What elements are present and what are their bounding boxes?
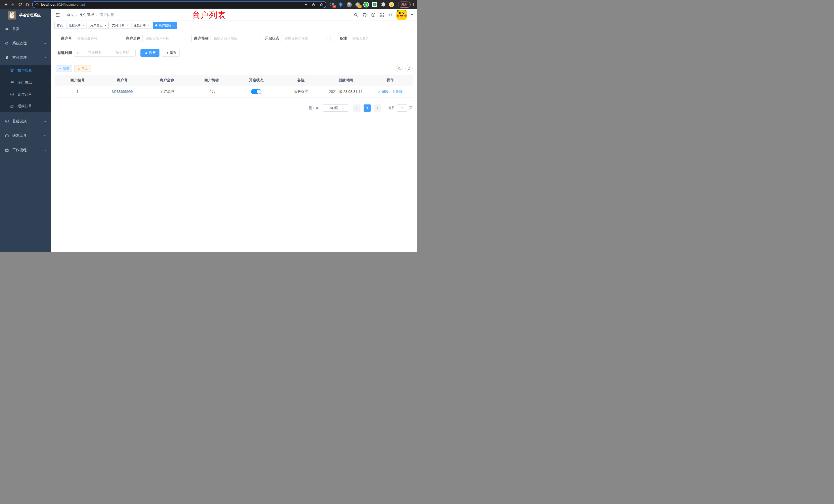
help-icon[interactable]: ?	[371, 13, 376, 17]
tab-pay-order[interactable]: 支付订单×	[110, 22, 130, 29]
status-select[interactable]	[281, 35, 330, 42]
breadcrumb: 首页 / 支付管理 / 商户信息	[67, 13, 114, 17]
reset-button-label: 重置	[170, 50, 176, 55]
column-header: 开启状态	[234, 75, 279, 86]
tags-bar: 首页 流程表单× 用户分组× 支付订单× 退款订单× 商户信息×	[51, 21, 417, 30]
delete-button[interactable]: 删除	[392, 89, 403, 94]
tab-label: 用户分组	[90, 23, 103, 28]
address-bar[interactable]: localhost:1024/pay/merchant	[32, 1, 326, 8]
sidebar-item-home[interactable]: 首页	[0, 22, 51, 36]
browser-back-icon[interactable]	[2, 1, 9, 8]
close-icon[interactable]: ×	[83, 24, 85, 27]
briefcase-icon	[5, 148, 9, 152]
merchant-no-input[interactable]	[74, 35, 123, 42]
prev-page-button[interactable]	[353, 105, 360, 112]
ext-record-icon[interactable]: 1	[355, 2, 360, 8]
edit-button[interactable]: 修改	[378, 89, 389, 94]
browser-forward-icon[interactable]	[9, 1, 17, 8]
full-name-input[interactable]	[142, 35, 192, 42]
cell-short-name: 芋艿	[189, 86, 234, 98]
next-page-button[interactable]	[374, 105, 381, 112]
tab-user-group[interactable]: 用户分组×	[88, 22, 108, 29]
date-range-picker[interactable]: 开始日期 - 结束日期	[74, 49, 136, 57]
browser-home-icon[interactable]	[24, 1, 31, 8]
search-button[interactable]: 搜索	[140, 49, 159, 57]
date-start-placeholder: 开始日期	[82, 50, 108, 55]
breadcrumb-pay[interactable]: 支付管理	[80, 13, 94, 17]
sidebar-item-infra[interactable]: 基础设施	[0, 114, 51, 129]
page-1-button[interactable]: 1	[364, 105, 371, 112]
date-end-placeholder: 结束日期	[110, 50, 135, 55]
site-info-icon[interactable]	[35, 3, 39, 6]
bookmark-star-icon[interactable]	[320, 3, 323, 6]
sidebar-item-workflow[interactable]: 工作流程	[0, 143, 51, 157]
browser-menu-icon[interactable]: ⋮	[412, 2, 415, 7]
ext-command-icon[interactable]: ⌘	[346, 2, 352, 8]
short-name-input[interactable]	[211, 35, 260, 42]
active-dot	[155, 24, 157, 26]
tab-merchant-info[interactable]: 商户信息×	[153, 22, 177, 29]
tab-process-form[interactable]: 流程表单×	[66, 22, 87, 29]
sidebar-item-system[interactable]: ⚙ 系统管理	[0, 36, 51, 50]
sidebar-item-label: 应用信息	[18, 80, 32, 85]
page-size-value: 10条/页	[327, 106, 338, 110]
ext-chat-icon[interactable]	[372, 2, 377, 8]
filter-create-time: 创建时间 开始日期 - 结束日期	[55, 49, 136, 57]
delete-label: 删除	[396, 89, 403, 94]
field-label: 创建时间	[55, 50, 72, 55]
fullscreen-icon[interactable]	[380, 13, 385, 17]
page-size-select[interactable]: 10条/页	[323, 105, 348, 112]
sidebar-item-label: 系统管理	[12, 41, 44, 46]
password-key-icon[interactable]	[304, 3, 307, 6]
close-icon[interactable]: ×	[126, 24, 128, 27]
breadcrumb-home[interactable]: 首页	[67, 13, 74, 17]
refresh-button[interactable]	[405, 65, 413, 72]
font-size-icon[interactable]: TT	[389, 13, 392, 17]
sidebar-collapse-icon[interactable]	[55, 12, 60, 18]
goto-page-input[interactable]	[397, 105, 407, 112]
tab-refund-order[interactable]: 退款订单×	[131, 22, 152, 29]
sidebar-logo[interactable]: 芋道管理系统	[0, 9, 51, 22]
ext-yudao-icon[interactable]: y	[363, 2, 369, 8]
hide-search-button[interactable]	[396, 65, 403, 72]
sidebar-item-dev-tools[interactable]: 研发工具	[0, 129, 51, 143]
sidebar-item-merchant-info[interactable]: 商户信息	[0, 65, 51, 77]
column-header: 商户号	[100, 75, 145, 86]
sidebar-item-label: 基础设施	[12, 119, 44, 124]
sidebar-item-label: 退款订单	[18, 104, 32, 109]
browser-reload-icon[interactable]	[17, 1, 24, 8]
filter-status: 开启状态	[265, 35, 330, 42]
field-label: 商户全称	[126, 36, 140, 41]
remark-input[interactable]	[349, 35, 398, 42]
close-icon[interactable]: ×	[148, 24, 150, 27]
avatar[interactable]	[396, 10, 407, 20]
close-icon[interactable]: ×	[173, 24, 175, 27]
sidebar-item-pay-order[interactable]: ¥ 支付订单	[0, 89, 51, 100]
sidebar: 芋道管理系统 首页 ⚙ 系统管理 ¥ 支付管理	[0, 9, 51, 252]
sidebar-item-pay[interactable]: ¥ 支付管理	[0, 50, 51, 65]
add-button[interactable]: 新增	[56, 65, 72, 72]
browser-update-button[interactable]: 更新	[398, 2, 411, 8]
reset-button[interactable]: 重置	[162, 49, 180, 57]
merchant-table: 商户编号 商户号 商户全称 商户简称 开启状态 备注 创建时间 操作 1 M23…	[55, 75, 413, 98]
tab-home[interactable]: 首页	[54, 22, 65, 29]
ext-gem-icon[interactable]	[338, 2, 344, 8]
ext-puzzle-icon[interactable]	[380, 2, 386, 8]
ext-diamond-icon[interactable]: 10	[329, 2, 335, 8]
extensions-area: 10 ⌘ 1 y	[329, 2, 394, 8]
sidebar-item-app-info[interactable]: 应用信息	[0, 77, 51, 89]
github-icon[interactable]	[362, 13, 367, 17]
export-button[interactable]: 导出	[74, 65, 91, 72]
close-icon[interactable]: ×	[105, 24, 106, 27]
caret-down-icon[interactable]	[411, 14, 413, 16]
search-icon[interactable]	[354, 13, 358, 17]
share-icon[interactable]	[311, 3, 315, 6]
browser-toolbar: localhost:1024/pay/merchant 10 ⌘	[0, 0, 417, 9]
status-toggle[interactable]	[251, 89, 261, 94]
sidebar-item-refund-order[interactable]: 退款订单	[0, 100, 51, 112]
ext-emoji-avatar-icon[interactable]	[389, 2, 394, 8]
navbar: 首页 / 支付管理 / 商户信息 ?	[51, 9, 417, 21]
chevron-down-icon	[44, 148, 47, 152]
chevron-down-icon	[44, 134, 47, 137]
cell-status	[234, 86, 279, 98]
